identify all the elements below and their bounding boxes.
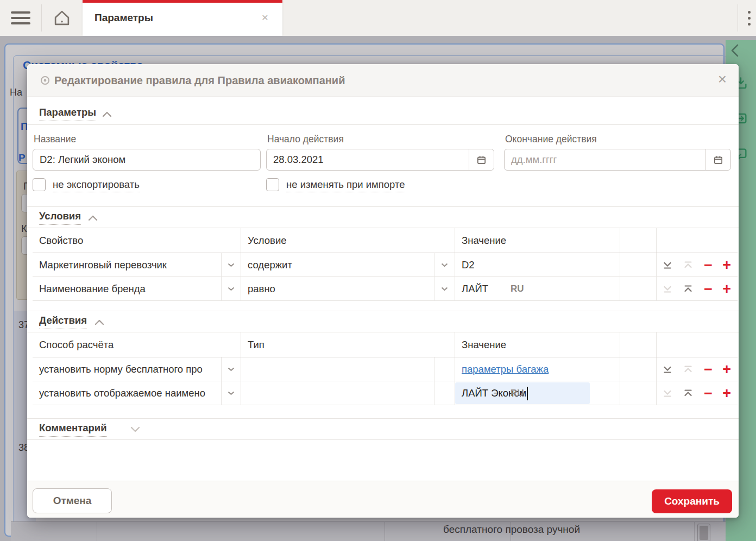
calendar-icon	[476, 155, 487, 165]
no-export-checkbox[interactable]	[33, 178, 46, 191]
move-down-button[interactable]	[662, 364, 673, 375]
action-row: установить норму бесплатного про парамет…	[33, 357, 738, 381]
method-select-chevron[interactable]	[222, 381, 241, 405]
chevron-down-icon	[228, 263, 235, 267]
move-down-button[interactable]	[662, 260, 673, 270]
col-header-condition: Условие	[241, 228, 455, 253]
chevron-down-icon	[441, 287, 448, 291]
remove-row-button[interactable]: −	[704, 364, 713, 375]
row-actions: − +	[657, 381, 738, 405]
dialog-close-button[interactable]: ×	[718, 64, 727, 95]
method-select-chevron[interactable]	[222, 357, 241, 381]
baggage-params-link[interactable]: параметры багажа	[455, 357, 549, 381]
col-header-value: Значение	[455, 228, 620, 253]
property-select[interactable]: Маркетинговый перевозчик	[33, 253, 222, 276]
end-date-input[interactable]	[505, 149, 705, 170]
condition-select[interactable]: равно	[241, 277, 434, 300]
tab-close-button[interactable]: ×	[262, 0, 268, 35]
divider	[41, 4, 42, 32]
home-icon	[51, 8, 73, 28]
chevron-down-icon	[228, 367, 235, 372]
col-header-actions	[657, 228, 738, 253]
start-date-calendar-button[interactable]	[469, 149, 494, 170]
add-row-button[interactable]: +	[722, 364, 731, 375]
cancel-button[interactable]: Отмена	[33, 488, 112, 513]
add-row-button[interactable]: +	[722, 388, 731, 399]
condition-select-chevron[interactable]	[434, 253, 455, 276]
property-select-chevron[interactable]	[222, 253, 241, 276]
row-actions: − +	[657, 357, 738, 381]
chevron-down-icon	[228, 391, 235, 395]
end-date-field	[504, 149, 731, 171]
move-up-button-disabled	[683, 260, 694, 270]
method-select[interactable]: установить отображаемое наимено	[33, 381, 222, 405]
add-row-button[interactable]: +	[722, 260, 731, 270]
condition-select-chevron[interactable]	[434, 277, 455, 300]
value-cell[interactable]: D2	[455, 253, 620, 276]
remove-row-button[interactable]: −	[704, 388, 713, 399]
kebab-icon	[748, 11, 751, 14]
name-input[interactable]	[33, 149, 261, 171]
section-actions-toggle[interactable]: Действия	[39, 314, 87, 329]
start-date-input[interactable]	[267, 149, 469, 170]
add-row-button[interactable]: +	[722, 284, 731, 294]
col-header-value: Значение	[455, 332, 620, 357]
name-field-label: Название	[34, 134, 76, 145]
col-header-method: Способ расчёта	[33, 332, 241, 357]
no-import-change-checkbox[interactable]	[266, 178, 279, 191]
tab-label: Параметры	[94, 0, 153, 36]
property-select[interactable]: Наименование бренда	[33, 277, 222, 300]
dialog-footer: Отмена Сохранить	[27, 481, 739, 518]
home-button[interactable]	[51, 8, 73, 28]
action-row: установить отображаемое наимено ЛАЙТ Эко…	[33, 381, 738, 405]
col-header-empty	[620, 332, 657, 357]
remove-row-button[interactable]: −	[704, 284, 713, 294]
type-cell[interactable]	[241, 381, 434, 405]
move-up-button[interactable]	[683, 388, 694, 399]
property-select-chevron[interactable]	[222, 277, 241, 300]
method-select[interactable]: установить норму бесплатного про	[33, 357, 222, 381]
conditions-header-row: Свойство Условие Значение	[33, 228, 738, 253]
calendar-icon	[713, 155, 723, 165]
col-header-type: Тип	[241, 332, 455, 357]
rule-icon	[40, 76, 50, 85]
section-conditions-toggle[interactable]: Условия	[39, 210, 81, 225]
move-up-button[interactable]	[683, 284, 694, 294]
save-button[interactable]: Сохранить	[652, 489, 732, 513]
type-cell[interactable]	[241, 357, 434, 381]
menu-button[interactable]	[11, 11, 32, 25]
condition-select[interactable]: содержит	[241, 253, 434, 276]
value-cell: параметры багажа	[455, 357, 620, 381]
end-date-calendar-button[interactable]	[705, 149, 730, 170]
edit-rule-dialog: Редактирование правила для Правила авиак…	[27, 64, 739, 518]
chevron-up-icon[interactable]	[88, 215, 98, 221]
chevron-down-icon	[228, 287, 235, 291]
tab-parameters[interactable]: Параметры ×	[83, 0, 282, 36]
col-header-actions	[657, 332, 738, 357]
remove-row-button[interactable]: −	[704, 260, 713, 270]
section-comment-toggle[interactable]: Комментарий	[39, 422, 107, 437]
row-actions: − +	[657, 253, 738, 276]
start-date-field	[266, 149, 494, 171]
section-parameters-toggle[interactable]: Параметры	[39, 106, 96, 121]
no-export-label[interactable]: не экспортировать	[53, 179, 140, 192]
section-conditions: Условия	[27, 206, 739, 228]
start-date-label: Начало действия	[267, 134, 344, 145]
no-import-change-label[interactable]: не изменять при импорте	[286, 179, 405, 192]
chevron-down-icon[interactable]	[130, 426, 140, 433]
hamburger-icon	[11, 11, 30, 14]
more-menu-button[interactable]	[745, 10, 754, 28]
divider	[738, 4, 738, 32]
move-down-button-disabled	[662, 284, 673, 294]
actions-table: Способ расчёта Тип Значение установить н…	[33, 332, 738, 405]
chevron-up-icon[interactable]	[102, 111, 112, 117]
col-header-empty	[620, 228, 657, 253]
condition-row: Наименование бренда равно ЛАЙТ RU − +	[33, 277, 738, 301]
condition-row: Маркетинговый перевозчик содержит D2 − +	[33, 253, 738, 277]
chevron-up-icon[interactable]	[94, 319, 104, 325]
dialog-title: Редактирование правила для Правила авиак…	[54, 64, 345, 97]
move-up-button-disabled	[683, 364, 694, 375]
row-actions: − +	[657, 277, 738, 300]
actions-header-row: Способ расчёта Тип Значение	[33, 332, 738, 357]
conditions-table: Свойство Условие Значение Маркетинговый …	[33, 228, 738, 301]
